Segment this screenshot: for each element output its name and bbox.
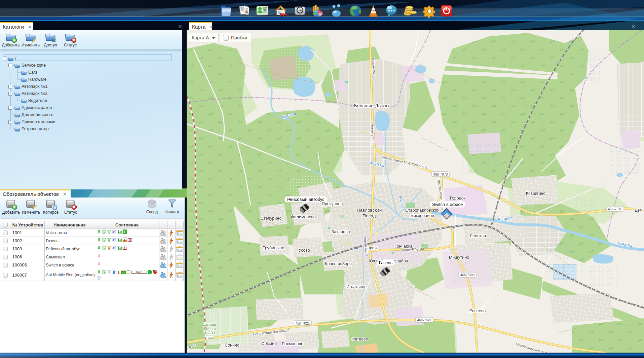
svg-text:Рахманово: Рахманово: [282, 342, 303, 346]
svg-text:Большие Дворы: Большие Дворы: [354, 103, 389, 108]
svg-text:F: F: [124, 238, 126, 242]
svg-text:Филимоново: Филимоново: [291, 215, 316, 219]
svg-text:46К-7070: 46К-7070: [608, 207, 622, 211]
svg-text:Новая улица: Новая улица: [371, 123, 375, 145]
svg-text:Фатеево: Фатеево: [351, 337, 368, 342]
svg-text:46К-7021: 46К-7021: [296, 322, 310, 325]
svg-text:поселок: поселок: [203, 327, 216, 331]
svg-text:Фомино: Фомино: [261, 341, 277, 346]
svg-text:Ковригино: Ковригино: [526, 191, 545, 196]
svg-text:"Синяя: "Синяя: [204, 331, 215, 335]
svg-text:Степурино: Степурино: [261, 216, 281, 221]
svg-text:Красная Заря: Красная Заря: [325, 261, 352, 266]
svg-text:Евсеево: Евсеево: [469, 309, 486, 313]
svg-text:Захарово: Захарово: [332, 229, 350, 234]
svg-text:Посад: Посад: [363, 213, 376, 218]
svg-text:птица": птица": [204, 335, 215, 339]
svg-text:@: @: [263, 6, 267, 11]
svg-text:Городок: Городок: [450, 196, 466, 201]
svg-text:Прокунино: Прокунино: [322, 202, 343, 206]
svg-text:46К-7021: 46К-7021: [417, 318, 432, 322]
svg-text:46К-7303: 46К-7303: [460, 273, 475, 277]
svg-text:P: P: [113, 246, 115, 250]
svg-text:F: F: [124, 246, 126, 249]
svg-text:Дачный: Дачный: [203, 322, 216, 326]
svg-text:Сонино: Сонино: [225, 343, 239, 348]
svg-text:Ленская: Ленская: [470, 234, 486, 238]
svg-text:Павловский: Павловский: [357, 208, 382, 213]
svg-text:Игнатьево: Игнатьево: [346, 284, 367, 289]
svg-text:Мишутино: Мишутино: [449, 255, 469, 260]
svg-text:P: P: [113, 230, 115, 234]
svg-text:микрорайон: микрорайон: [411, 213, 434, 218]
svg-text:F: F: [124, 230, 126, 234]
svg-text:P: P: [113, 238, 115, 242]
svg-text:Усово: Усово: [299, 248, 310, 253]
svg-text:46К-7070: 46К-7070: [433, 173, 448, 176]
svg-text:Трубицыно: Трубицыно: [263, 246, 284, 250]
svg-text:Старопавловский: Старопавловский: [405, 208, 440, 213]
svg-text:Дем: Дем: [635, 208, 642, 213]
